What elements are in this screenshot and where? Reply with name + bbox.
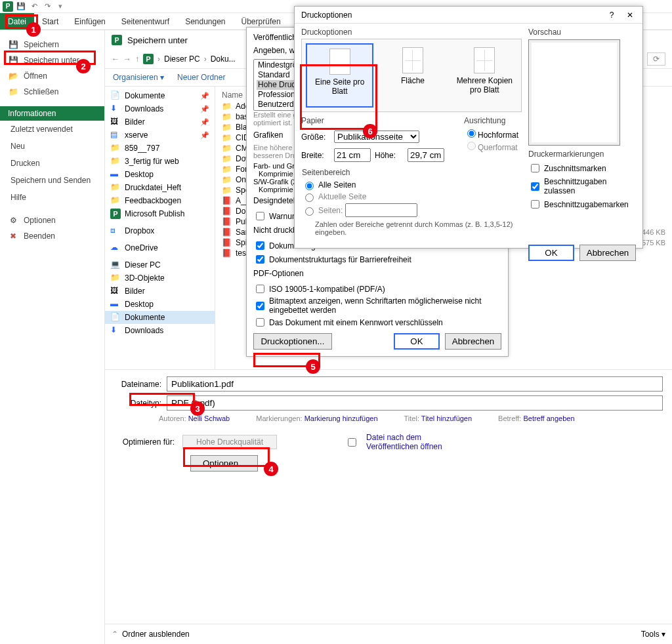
qa-item[interactable]: ⬇Downloads📌	[105, 102, 215, 115]
width-input[interactable]	[334, 148, 371, 162]
tile-tiled[interactable]: Fläche	[380, 43, 445, 108]
fm-oeffnen[interactable]: 📂Öffnen	[0, 68, 104, 84]
close-icon[interactable]: ✕	[624, 10, 636, 20]
fm-informationen[interactable]: Informationen	[0, 106, 104, 121]
file-menu-pane: 💾Speichern 💾Speichern unter 📂Öffnen 📁Sch…	[0, 30, 105, 644]
qa-item[interactable]: ▬Desktop	[105, 168, 215, 181]
open-icon: 📂	[8, 71, 18, 81]
fm-hilfe[interactable]: Hilfe	[0, 189, 104, 206]
bitmap-checkbox[interactable]	[256, 302, 264, 310]
bleed-allow-checkbox[interactable]	[531, 182, 539, 191]
filetype-select[interactable]	[167, 395, 663, 411]
save-bottom-panel: Dateiname: Dateityp: Autoren: Nelli Schw…	[105, 370, 672, 478]
warnings-checkbox[interactable]	[256, 212, 264, 220]
tab-sendungen[interactable]: Sendungen	[177, 13, 233, 30]
qa-item[interactable]: PMicrosoft Publish	[105, 207, 215, 220]
qa-item[interactable]: ☁OneDrive	[105, 241, 215, 254]
open-after-checkbox[interactable]	[348, 438, 356, 447]
hide-folders-toggle[interactable]: ⌃Ordner ausblenden	[112, 630, 190, 639]
print-options-button[interactable]: Druckoptionen...	[253, 333, 332, 350]
open-after-label: Datei nach dem Veröffentlichen öffnen	[366, 433, 465, 451]
qa-item[interactable]: 📁Feedbackbogen	[105, 194, 215, 207]
fm-senden[interactable]: Speichern und Senden	[0, 172, 104, 189]
qa-item[interactable]: ⬇Downloads	[105, 324, 215, 337]
paper-size-select[interactable]: Publikationsseite	[334, 131, 419, 143]
subject-link[interactable]: Betreff angeben	[523, 414, 574, 422]
iso-checkbox[interactable]	[256, 285, 264, 293]
papier-label: Papier	[301, 116, 444, 125]
filename-input[interactable]	[167, 376, 663, 392]
height-input[interactable]	[408, 148, 444, 162]
qa-item[interactable]: 📁Druckdatei_Heft	[105, 181, 215, 194]
pages-radio[interactable]	[305, 207, 314, 216]
organize-menu[interactable]: Organisieren ▾	[113, 73, 164, 82]
qa-item[interactable]: ▬Desktop	[105, 298, 215, 311]
tile-multicopy[interactable]: Mehrere Kopien pro Blatt	[452, 43, 517, 108]
qa-item[interactable]: 💻Dieser PC	[105, 258, 215, 272]
fm-drucken[interactable]: Drucken	[0, 155, 104, 172]
tab-datei[interactable]: Datei	[0, 13, 34, 30]
nav-up-icon[interactable]: ↑	[135, 54, 139, 64]
nav-back-icon[interactable]: ←	[112, 54, 119, 64]
undo-icon[interactable]: ↶	[29, 1, 39, 12]
nav-fwd-icon[interactable]: →	[123, 54, 131, 64]
options-button[interactable]: Optionen...	[190, 455, 258, 472]
save-icon: 💾	[8, 39, 18, 50]
quick-access-list[interactable]: 📄Dokumente📌 ⬇Downloads📌 🖼Bilder📌 ▤xserve…	[105, 87, 215, 369]
qa-item[interactable]: 📄Dokumente📌	[105, 89, 215, 102]
dialog-title: Speichern unter	[127, 35, 188, 45]
ok-button[interactable]: OK	[528, 245, 574, 261]
crumb-folder[interactable]: Doku...	[211, 54, 236, 64]
crop-marks-checkbox[interactable]	[531, 164, 539, 172]
landscape-radio	[467, 142, 476, 150]
doctags-checkbox[interactable]	[256, 255, 264, 264]
quality-list[interactable]: Mindestgröße Standard Hohe Druckq Profes…	[253, 59, 299, 111]
docprops-checkbox[interactable]	[256, 241, 264, 250]
help-icon[interactable]: ?	[606, 10, 618, 20]
qa-item[interactable]: 🖼Bilder	[105, 285, 215, 298]
optimize-value: Hohe Druckqualität	[182, 435, 277, 449]
current-page-radio[interactable]	[305, 193, 314, 202]
title-link[interactable]: Titel hinzufügen	[421, 414, 472, 422]
author-link[interactable]: Nelli Schwab	[188, 414, 230, 422]
qa-item[interactable]: ▤xserve📌	[105, 129, 215, 142]
qa-item[interactable]: 📁3D-Objekte	[105, 272, 215, 285]
ok-button[interactable]: OK	[394, 333, 440, 350]
fm-speichern-unter[interactable]: 💾Speichern unter	[0, 52, 104, 68]
refresh-icon[interactable]: ⟳	[647, 52, 665, 66]
saveas-icon: 💾	[8, 55, 18, 66]
qa-item[interactable]: 🖼Bilder📌	[105, 115, 215, 129]
fm-zuletzt[interactable]: Zuletzt verwendet	[0, 121, 104, 138]
qa-item[interactable]: 📁3_fertig für web	[105, 155, 215, 168]
fm-speichern[interactable]: 💾Speichern	[0, 37, 104, 52]
fm-optionen[interactable]: ⚙Optionen	[0, 212, 104, 228]
tab-seitenentwurf[interactable]: Seitenentwurf	[114, 13, 177, 30]
tags-link[interactable]: Markierung hinzufügen	[304, 414, 378, 422]
bleed-marks-checkbox[interactable]	[531, 200, 539, 209]
fm-neu[interactable]: Neu	[0, 138, 104, 155]
qat-dropdown-icon[interactable]: ▾	[55, 1, 66, 12]
all-pages-radio[interactable]	[305, 182, 314, 190]
orientation-label: Ausrichtung	[464, 116, 518, 125]
fm-schliessen[interactable]: 📁Schließen	[0, 84, 104, 100]
tools-menu[interactable]: Tools ▾	[641, 630, 665, 639]
printer-marks-label: Druckermarkierungen	[528, 150, 636, 159]
redo-icon[interactable]: ↷	[42, 1, 52, 12]
cancel-button[interactable]: Abbrechen	[579, 245, 636, 261]
qa-item[interactable]: 📁859__797	[105, 142, 215, 155]
qa-item[interactable]: 📄Dokumente	[105, 311, 215, 324]
crumb-pc[interactable]: Dieser PC	[164, 54, 200, 64]
encrypt-checkbox[interactable]	[256, 318, 264, 327]
tab-start[interactable]: Start	[34, 13, 66, 30]
pages-input[interactable]	[345, 203, 417, 217]
portrait-radio[interactable]	[467, 129, 476, 138]
filename-label: Dateiname:	[114, 380, 161, 389]
range-label: Seitenbereich	[302, 168, 521, 177]
cancel-button[interactable]: Abbrechen	[445, 333, 501, 350]
new-folder-button[interactable]: Neuer Ordner	[177, 73, 225, 82]
save-icon[interactable]: 💾	[16, 1, 26, 12]
tile-one-per-sheet[interactable]: Eine Seite pro Blatt	[306, 43, 373, 108]
tab-einfuegen[interactable]: Einfügen	[66, 13, 113, 30]
qa-item[interactable]: ⧈Dropbox	[105, 224, 215, 237]
fm-beenden[interactable]: ✖Beenden	[0, 228, 104, 244]
